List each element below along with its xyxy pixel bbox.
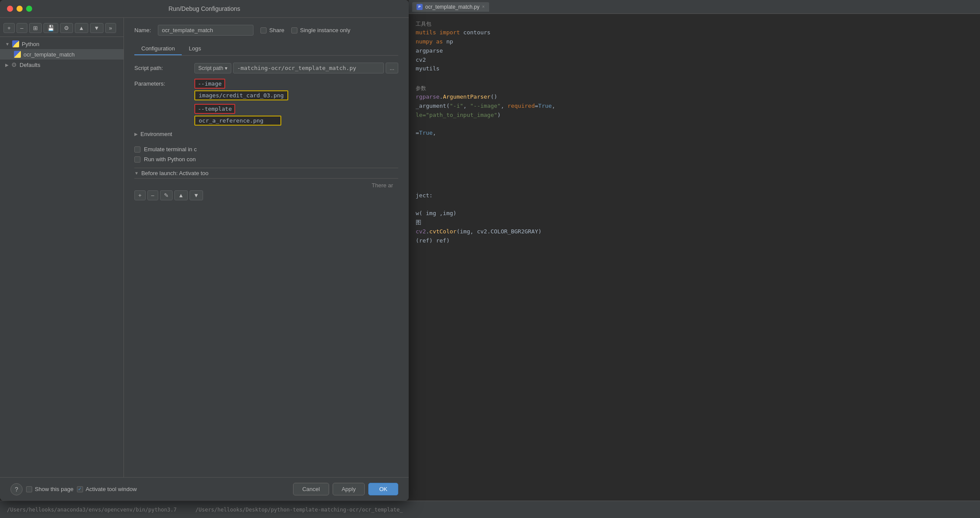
single-instance-label: Single instance only <box>300 27 350 33</box>
parameters-values: --image images/credit_card_03.png --temp… <box>194 79 288 126</box>
dropdown-arrow-icon: ▾ <box>225 65 227 71</box>
activate-tool-checkbox[interactable]: ✓ <box>77 486 83 492</box>
window-maximize-button[interactable] <box>26 6 32 12</box>
code-tab-close[interactable]: × <box>482 4 485 9</box>
sidebar-copy-button[interactable]: ⊞ <box>29 23 42 33</box>
sidebar-save-button[interactable]: 💾 <box>43 23 58 33</box>
share-checkbox-wrap: Share <box>260 27 284 33</box>
footer-left: ? Show this page ✓ Activate tool window <box>10 483 137 495</box>
environment-arrow-icon: ▶ <box>134 132 138 136</box>
defaults-arrow: ▶ <box>5 63 9 67</box>
run-with-python-checkbox[interactable] <box>134 156 140 163</box>
code-line-3: argparse <box>416 46 973 56</box>
parameters-label: Parameters: <box>134 79 191 87</box>
single-instance-wrap: Single instance only <box>291 27 350 33</box>
apply-button[interactable]: Apply <box>333 483 365 495</box>
environment-header[interactable]: ▶ Environment <box>134 129 398 139</box>
window-close-button[interactable] <box>7 6 13 12</box>
param-flag-2: --template <box>194 104 235 114</box>
launch-edit-button[interactable]: ✎ <box>160 190 173 200</box>
code-line-1: mutils import contours <box>416 28 973 37</box>
share-label: Share <box>269 27 284 33</box>
run-with-python-row: Run with Python con <box>134 154 398 164</box>
launch-up-button[interactable]: ▲ <box>174 190 188 200</box>
before-launch-header[interactable]: ▼ Before launch: Activate too <box>134 168 398 179</box>
launch-content: There ar + – ✎ ▲ ▼ <box>134 179 398 204</box>
sidebar-item-python[interactable]: ▼ Python <box>0 39 123 49</box>
script-dropdown-label: Script path <box>198 65 223 71</box>
environment-label: Environment <box>140 131 172 137</box>
dialog-title: Run/Debug Configurations <box>169 5 240 12</box>
run-debug-dialog: Run/Debug Configurations + – ⊞ 💾 ⚙ ▲ ▼ »… <box>0 0 409 501</box>
window-controls <box>7 6 32 12</box>
footer-right: Cancel Apply OK <box>293 483 398 495</box>
name-input[interactable] <box>158 25 253 36</box>
code-line-5: myutils <box>416 64 973 73</box>
environment-section: ▶ Environment <box>134 129 398 139</box>
script-dropdown-button[interactable]: Script path ▾ <box>194 63 231 73</box>
sidebar-settings-button[interactable]: ⚙ <box>60 23 73 33</box>
sidebar-add-button[interactable]: + <box>3 23 15 33</box>
before-launch-section: ▼ Before launch: Activate too There ar +… <box>134 168 398 204</box>
show-page-label: Show this page <box>35 486 73 492</box>
sidebar-more-button[interactable]: » <box>105 23 116 33</box>
sidebar-up-button[interactable]: ▲ <box>75 23 88 33</box>
sidebar-item-ocr-template-match[interactable]: ocr_template_match <box>0 49 123 60</box>
script-path-label: Script path: <box>134 65 191 71</box>
param-value-2[interactable]: ocr_a_reference.png <box>194 116 281 126</box>
help-button[interactable]: ? <box>10 483 23 495</box>
activate-tool-wrap: ✓ Activate tool window <box>77 486 137 492</box>
sidebar-item-defaults[interactable]: ▶ ⚙ Defaults <box>0 60 123 70</box>
show-page-wrap: Show this page <box>26 486 73 492</box>
dialog-body: + – ⊞ 💾 ⚙ ▲ ▼ » ▼ Python ocr_template_ma… <box>0 18 409 477</box>
sidebar-defaults-label: Defaults <box>20 62 40 68</box>
param-value-1[interactable]: images/credit_card_03.png <box>194 90 288 100</box>
param-flag-1: --image <box>194 79 225 89</box>
single-instance-checkbox[interactable] <box>291 27 297 33</box>
code-line-2: numpy as np <box>416 37 973 46</box>
top-row: Name: Share Single instance only <box>134 25 398 36</box>
code-tab-label: ocr_template_match.py <box>425 4 480 10</box>
code-tab[interactable]: P ocr_template_match.py × <box>412 2 489 12</box>
cancel-button[interactable]: Cancel <box>293 483 329 495</box>
script-path-row: Script path: Script path ▾ ... <box>134 63 398 73</box>
before-launch-arrow-icon: ▼ <box>134 171 139 176</box>
name-label: Name: <box>134 27 151 33</box>
emulate-terminal-checkbox[interactable] <box>134 146 140 153</box>
main-content: Name: Share Single instance only Configu… <box>124 18 409 477</box>
tab-configuration[interactable]: Configuration <box>134 43 182 55</box>
code-content: 工具包 mutils import contours numpy as np a… <box>409 14 980 249</box>
python-group-arrow: ▼ <box>5 42 10 46</box>
show-page-checkbox[interactable] <box>26 486 32 492</box>
code-line-14: (ref) ref) <box>416 236 973 246</box>
dialog-footer: ? Show this page ✓ Activate tool window … <box>0 477 409 501</box>
launch-remove-button[interactable]: – <box>147 190 158 200</box>
code-line-10: ject: <box>416 191 973 200</box>
launch-down-button[interactable]: ▼ <box>190 190 203 200</box>
tab-logs[interactable]: Logs <box>182 43 208 55</box>
code-editor-panel: P ocr_template_match.py × 工具包 mutils imp… <box>409 0 980 518</box>
window-minimize-button[interactable] <box>17 6 23 12</box>
sidebar-python-label: Python <box>22 41 39 47</box>
ok-button[interactable]: OK <box>368 483 398 495</box>
sidebar-remove-button[interactable]: – <box>17 23 27 33</box>
script-path-input[interactable] <box>233 63 384 73</box>
launch-add-button[interactable]: + <box>134 190 146 200</box>
script-input-wrap: Script path ▾ ... <box>194 63 398 73</box>
code-section-params: 参数 <box>416 84 973 93</box>
code-line-8: le="path_to_input_image") <box>416 111 973 120</box>
code-line-13: cv2.cvtColor(img, cv2.COLOR_BGR2GRAY) <box>416 227 973 236</box>
launch-toolbar: + – ✎ ▲ ▼ <box>134 190 398 200</box>
toolbar-label: 工具包 <box>416 20 973 28</box>
status-bar-path: /Users/hellooks/anaconda3/envs/opencvenv… <box>7 507 403 513</box>
sidebar-down-button[interactable]: ▼ <box>90 23 103 33</box>
run-with-python-label: Run with Python con <box>144 156 196 163</box>
browse-button[interactable]: ... <box>386 63 398 73</box>
emulate-terminal-label: Emulate terminal in c <box>144 146 197 153</box>
code-tab-bar: P ocr_template_match.py × <box>409 0 980 14</box>
sidebar: + – ⊞ 💾 ⚙ ▲ ▼ » ▼ Python ocr_template_ma… <box>0 18 124 477</box>
code-line-12: 图 <box>416 218 973 227</box>
launch-empty-text: There ar <box>134 182 398 189</box>
share-checkbox[interactable] <box>260 27 267 33</box>
code-line-4: cv2 <box>416 56 973 65</box>
